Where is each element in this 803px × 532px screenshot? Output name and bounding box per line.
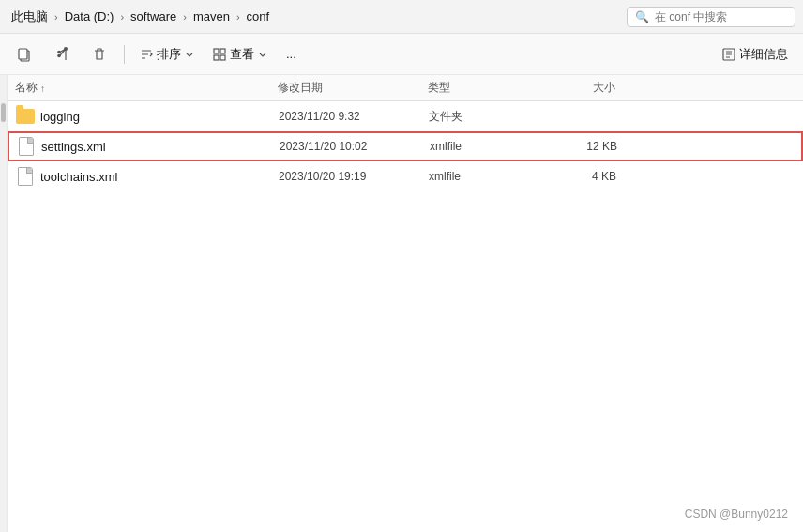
detail-button[interactable]: 详细信息 — [715, 39, 795, 69]
svg-rect-7 — [214, 55, 219, 60]
more-button[interactable]: ... — [279, 39, 304, 69]
sort-button[interactable]: 排序 — [132, 39, 202, 69]
file-date: 2023/11/20 10:02 — [280, 140, 430, 153]
delete-button[interactable] — [83, 39, 116, 69]
scroll-thumb — [1, 103, 6, 122]
svg-rect-8 — [220, 55, 225, 60]
view-label: 查看 — [230, 46, 254, 63]
breadcrumb-separator: › — [53, 11, 59, 23]
toolbar-separator — [124, 45, 125, 64]
search-input[interactable] — [655, 10, 787, 23]
file-type: 文件夹 — [429, 109, 541, 125]
breadcrumb-separator: › — [235, 11, 241, 23]
file-type: xmlfile — [430, 140, 542, 153]
view-chevron-icon — [258, 50, 267, 59]
sort-icon — [140, 48, 153, 61]
left-scroll-indicator[interactable] — [0, 75, 8, 532]
svg-point-4 — [57, 53, 61, 57]
xml-file-icon — [16, 167, 35, 186]
file-size: 12 KB — [542, 140, 617, 153]
file-list: logging2023/11/20 9:32文件夹settings.xml202… — [8, 101, 803, 532]
svg-rect-1 — [19, 49, 27, 59]
view-button[interactable]: 查看 — [205, 39, 275, 69]
svg-rect-6 — [220, 49, 225, 53]
column-headers: 名称 修改日期 类型 大小 — [8, 75, 803, 101]
svg-point-2 — [64, 47, 68, 51]
file-date: 2023/10/20 19:19 — [279, 170, 429, 183]
file-date: 2023/11/20 9:32 — [279, 110, 429, 123]
svg-rect-5 — [214, 49, 219, 53]
toolbar-right: 详细信息 — [715, 39, 795, 69]
breadcrumb-separator: › — [182, 11, 188, 23]
view-icon — [213, 48, 226, 61]
main-container: 名称 修改日期 类型 大小 logging2023/11/20 9:32文件夹s… — [0, 75, 803, 532]
breadcrumb-item-maven[interactable]: maven — [189, 8, 234, 25]
file-name: settings.xml — [41, 140, 280, 154]
detail-icon — [722, 48, 735, 61]
col-header-date[interactable]: 修改日期 — [278, 80, 428, 96]
breadcrumb-item-conf[interactable]: conf — [243, 8, 274, 25]
folder-icon — [16, 107, 35, 126]
col-header-type[interactable]: 类型 — [428, 80, 540, 96]
table-row[interactable]: toolchains.xml2023/10/20 19:19xmlfile4 K… — [8, 161, 803, 191]
more-label: ... — [286, 47, 296, 61]
watermark: CSDN @Bunny0212 — [685, 508, 788, 521]
file-name: toolchains.xml — [40, 170, 279, 184]
file-area: 名称 修改日期 类型 大小 logging2023/11/20 9:32文件夹s… — [8, 75, 803, 532]
toolbar: 排序 查看 ... 详细信息 — [0, 34, 803, 75]
detail-label: 详细信息 — [739, 46, 788, 63]
breadcrumb-item-this-pc[interactable]: 此电脑 — [8, 7, 52, 27]
col-header-name[interactable]: 名称 — [15, 80, 278, 96]
search-box[interactable]: 🔍 — [627, 7, 795, 27]
sort-label: 排序 — [157, 46, 181, 63]
breadcrumb-separator: › — [119, 11, 125, 23]
sort-indicator — [40, 82, 45, 95]
file-type: xmlfile — [429, 170, 541, 183]
share-button[interactable] — [45, 39, 79, 69]
address-bar: 此电脑›Data (D:)›software›maven›conf 🔍 — [0, 0, 803, 34]
breadcrumb-item-data-d[interactable]: Data (D:) — [61, 8, 118, 25]
share-icon — [54, 47, 69, 62]
file-name: logging — [40, 110, 279, 124]
search-icon: 🔍 — [635, 10, 649, 23]
breadcrumb: 此电脑›Data (D:)›software›maven›conf — [8, 7, 623, 27]
col-header-size[interactable]: 大小 — [540, 80, 615, 96]
table-row[interactable]: settings.xml2023/11/20 10:02xmlfile12 KB — [8, 131, 803, 161]
copy-button[interactable] — [8, 39, 41, 69]
table-row[interactable]: logging2023/11/20 9:32文件夹 — [8, 101, 803, 131]
copy-icon — [17, 47, 32, 62]
breadcrumb-item-software[interactable]: software — [127, 8, 180, 25]
delete-icon — [92, 47, 107, 62]
xml-file-icon — [17, 137, 36, 156]
file-size: 4 KB — [541, 170, 616, 183]
svg-point-3 — [57, 50, 61, 53]
sort-chevron-icon — [185, 50, 194, 59]
